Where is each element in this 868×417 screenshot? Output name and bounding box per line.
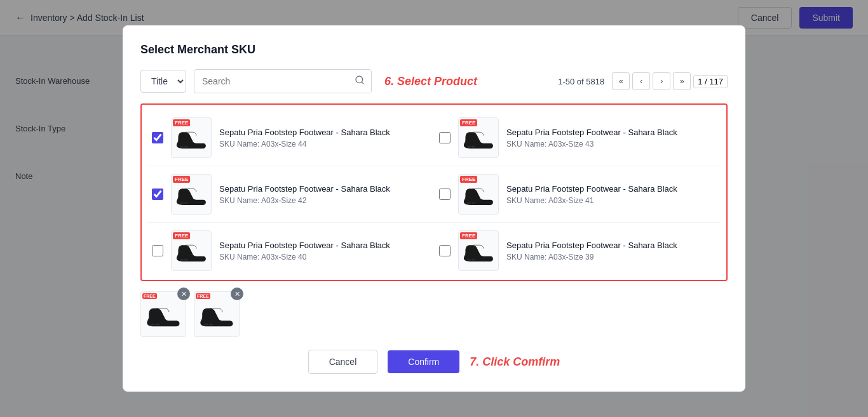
search-button[interactable]: [348, 70, 371, 93]
product-checkbox[interactable]: [439, 132, 451, 143]
product-info: Sepatu Pria Footstep Footwear - Sahara B…: [219, 127, 429, 149]
pagination: 1-50 of 5818 « ‹ › » 1 / 117: [558, 72, 728, 90]
modal-confirm-button[interactable]: Confirm: [388, 350, 459, 373]
svg-rect-5: [471, 146, 475, 148]
search-bar: Title 6. Select Product 1-50 of 5818 « ‹…: [140, 69, 728, 93]
svg-rect-17: [209, 323, 213, 325]
search-input-wrap: [194, 69, 372, 93]
product-image: FREE: [171, 174, 212, 215]
product-checkbox[interactable]: [152, 132, 163, 143]
product-badge: FREE: [460, 176, 477, 183]
svg-rect-7: [184, 202, 187, 204]
list-item: FREE Sepatu Pria Footstep Footwear - Sah…: [434, 110, 721, 166]
product-sku: SKU Name: A03x-Size 42: [219, 196, 429, 205]
product-name: Sepatu Pria Footstep Footwear - Sahara B…: [219, 183, 429, 195]
selected-badge: FREE: [196, 293, 210, 299]
product-image: FREE: [171, 230, 212, 271]
first-page-button[interactable]: «: [612, 72, 630, 90]
page-display: 1 / 117: [693, 75, 728, 88]
product-info: Sepatu Pria Footstep Footwear - Sahara B…: [506, 127, 716, 149]
list-item: FREE Sepatu Pria Footstep Footwear - Sah…: [434, 223, 721, 279]
svg-rect-13: [471, 259, 475, 261]
svg-point-0: [356, 76, 363, 83]
selected-badge: FREE: [142, 293, 157, 299]
product-sku: SKU Name: A03x-Size 41: [506, 196, 716, 205]
select-sku-modal: Select Merchant SKU Title 6. Select Prod…: [123, 25, 745, 392]
step6-label: 6. Select Product: [384, 75, 477, 88]
product-sku: SKU Name: A03x-Size 43: [506, 140, 716, 149]
product-name: Sepatu Pria Footstep Footwear - Sahara B…: [219, 127, 429, 138]
product-sku: SKU Name: A03x-Size 40: [219, 253, 429, 261]
svg-rect-9: [471, 202, 475, 204]
product-image: FREE: [171, 117, 212, 158]
product-info: Sepatu Pria Footstep Footwear - Sahara B…: [506, 240, 716, 261]
svg-rect-4: [467, 146, 470, 148]
modal-overlay: Select Merchant SKU Title 6. Select Prod…: [0, 0, 868, 417]
svg-rect-11: [184, 259, 187, 261]
product-image: FREE: [458, 117, 499, 158]
svg-rect-16: [205, 323, 208, 325]
product-grid: FREE Sepatu Pria Footstep Footwear - Sah…: [140, 103, 728, 281]
product-info: Sepatu Pria Footstep Footwear - Sahara B…: [219, 183, 429, 205]
selected-item: FREE ✕: [140, 291, 186, 337]
product-badge: FREE: [173, 176, 190, 183]
svg-rect-12: [467, 259, 470, 261]
product-checkbox[interactable]: [152, 245, 163, 256]
remove-selected-button[interactable]: ✕: [177, 288, 190, 300]
svg-rect-2: [180, 146, 183, 148]
product-name: Sepatu Pria Footstep Footwear - Sahara B…: [506, 240, 716, 251]
product-sku: SKU Name: A03x-Size 39: [506, 253, 716, 261]
filter-select[interactable]: Title: [140, 70, 186, 93]
next-page-button[interactable]: ›: [653, 72, 670, 90]
modal-footer: Cancel Confirm 7. Click Comfirm: [140, 350, 728, 374]
svg-rect-15: [156, 323, 159, 325]
product-name: Sepatu Pria Footstep Footwear - Sahara B…: [506, 183, 716, 195]
svg-rect-14: [151, 323, 155, 325]
product-checkbox[interactable]: [152, 189, 163, 200]
product-image: FREE: [458, 230, 499, 271]
product-checkbox[interactable]: [439, 189, 451, 200]
product-name: Sepatu Pria Footstep Footwear - Sahara B…: [219, 240, 429, 251]
product-badge: FREE: [460, 232, 477, 239]
product-image: FREE: [458, 174, 499, 215]
modal-cancel-button[interactable]: Cancel: [308, 350, 378, 374]
product-info: Sepatu Pria Footstep Footwear - Sahara B…: [506, 183, 716, 205]
product-info: Sepatu Pria Footstep Footwear - Sahara B…: [219, 240, 429, 261]
selected-item: FREE ✕: [194, 291, 240, 337]
svg-rect-6: [180, 202, 183, 204]
product-badge: FREE: [460, 119, 477, 126]
product-name: Sepatu Pria Footstep Footwear - Sahara B…: [506, 127, 716, 138]
svg-rect-10: [180, 259, 183, 261]
modal-title: Select Merchant SKU: [140, 43, 728, 56]
list-item: FREE Sepatu Pria Footstep Footwear - Sah…: [147, 166, 434, 223]
product-sku: SKU Name: A03x-Size 44: [219, 140, 429, 149]
svg-line-1: [362, 82, 363, 84]
list-item: FREE Sepatu Pria Footstep Footwear - Sah…: [147, 110, 434, 166]
list-item: FREE Sepatu Pria Footstep Footwear - Sah…: [434, 166, 721, 223]
selected-items-section: FREE ✕ FREE ✕: [140, 291, 728, 337]
search-input[interactable]: [194, 71, 348, 91]
last-page-button[interactable]: »: [673, 72, 691, 90]
list-item: FREE Sepatu Pria Footstep Footwear - Sah…: [147, 223, 434, 279]
product-badge: FREE: [173, 119, 190, 126]
svg-rect-3: [184, 146, 187, 148]
prev-page-button[interactable]: ‹: [632, 72, 650, 90]
product-badge: FREE: [173, 232, 190, 239]
remove-selected-button[interactable]: ✕: [231, 288, 243, 300]
product-checkbox[interactable]: [439, 245, 451, 256]
svg-rect-8: [467, 202, 470, 204]
step7-label: 7. Click Comfirm: [470, 355, 560, 369]
pagination-info: 1-50 of 5818: [558, 77, 604, 86]
